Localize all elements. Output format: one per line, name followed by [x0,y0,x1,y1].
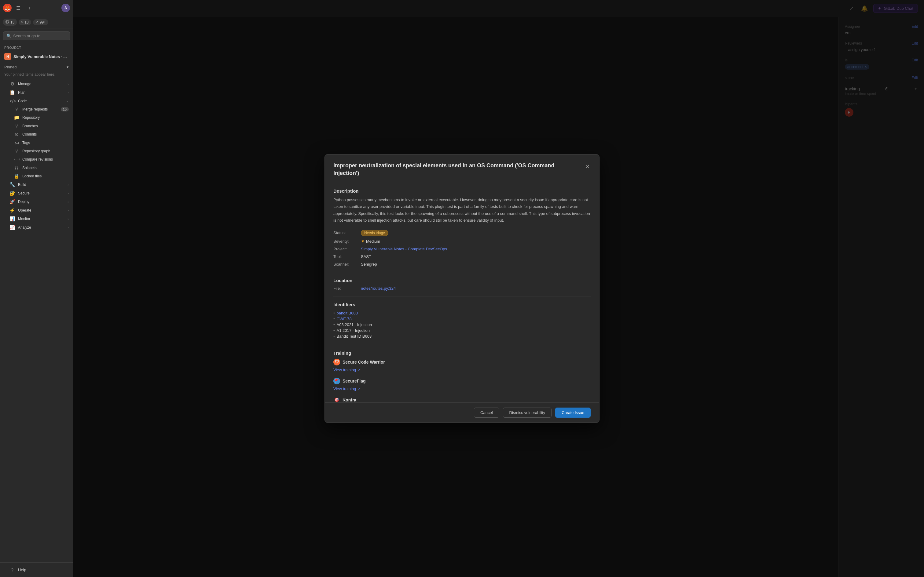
sidebar-item-monitor[interactable]: 📊 Monitor › [4,214,73,223]
sidebar-item-code[interactable]: </> Code ⌄ [4,97,73,105]
modal-close-button[interactable]: × [585,162,591,171]
sf-view-training-link[interactable]: View training ↗ [333,387,360,391]
plan-icon: 📋 [10,90,15,95]
sidebar-item-operate[interactable]: ⚡ Operate › [4,206,73,214]
secure-label: Secure [18,191,30,195]
sf-external-icon: ↗ [357,387,360,391]
monitor-arrow-icon: › [68,217,69,221]
todos-counter[interactable]: ✓ 99+ [33,19,48,25]
code-label: Code [18,99,27,103]
sidebar-item-tags[interactable]: 🏷 Tags [4,139,73,147]
commits-icon: ⊙ [14,132,19,137]
snippets-label: Snippets [22,166,37,170]
sidebar-item-locked-files[interactable]: 🔒 Locked files [4,172,73,181]
tool-label: Tool: [333,254,361,259]
location-heading: Location [333,278,591,283]
severity-icon: ▼ [361,239,365,243]
divider-2 [333,296,591,297]
status-badge: Needs triage [361,230,388,236]
identifiers-heading: Identifiers [333,302,591,307]
pinned-section: Pinned ▾ Your pinned items appear here. [0,62,73,80]
user-avatar[interactable]: A [61,4,70,12]
kontra-name-row: 🎯 Kontra [333,396,591,402]
sidebar-item-secure[interactable]: 🔐 Secure › [4,189,73,198]
operate-icon: ⚡ [10,208,15,213]
sidebar-toggle-button[interactable]: ☰ [14,4,23,12]
identifier-cwe78-link[interactable]: CWE-78 [337,317,352,321]
issues-count: 13 [10,20,15,24]
tool-row: Tool: SAST [333,254,591,259]
cancel-button[interactable]: Cancel [474,408,499,417]
gitlab-logo[interactable]: 🦊 [3,4,11,12]
scw-external-icon: ↗ [357,368,360,372]
scanner-row: Scanner: Semgrep [333,262,591,266]
commits-label: Commits [22,132,37,137]
branches-label: Branches [22,124,38,128]
operate-arrow-icon: › [68,208,69,212]
sidebar-item-branches[interactable]: ⑂ Branches [4,122,73,130]
sidebar-top-bar: 🦊 ☰ ＋ A [0,0,73,16]
sidebar-bottom: ? Help [0,562,73,577]
repository-label: Repository [22,115,40,120]
sidebar-item-repository-graph[interactable]: ⑂ Repository graph [4,147,73,155]
build-arrow-icon: › [68,183,69,187]
tool-value: SAST [361,254,371,259]
sidebar-item-compare-revisions[interactable]: ⟺ Compare revisions [4,155,73,164]
project-section-label: Project [0,44,73,51]
pinned-header[interactable]: Pinned ▾ [4,63,69,71]
create-issue-button[interactable]: Create Issue [555,408,591,417]
mergerequests-counter[interactable]: ⑂ 13 [19,19,31,25]
identifier-a1-text: A1:2017 - Injection [337,328,370,333]
nav-section: ⚙ Manage › 📋 Plan › </> Code ⌄ ⑂ Merge r… [0,80,73,232]
file-link[interactable]: notes/routes.py:324 [361,286,396,291]
sidebar-item-commits[interactable]: ⊙ Commits [4,130,73,139]
secure-icon: 🔐 [10,190,15,196]
severity-value: Medium [366,239,380,243]
sidebar-item-deploy[interactable]: 🚀 Deploy › [4,198,73,206]
help-label: Help [18,567,26,572]
sidebar-item-plan[interactable]: 📋 Plan › [4,88,73,97]
help-icon: ? [10,567,15,572]
build-icon: 🔧 [10,182,15,187]
sidebar-item-analyze[interactable]: 📈 Analyze › [4,223,73,232]
sidebar-item-help[interactable]: ? Help [4,565,69,575]
search-placeholder: Search or go to... [13,34,44,38]
identifier-bandit-link[interactable]: bandit.B603 [337,311,358,315]
manage-icon: ⚙ [10,81,15,87]
sidebar-item-manage[interactable]: ⚙ Manage › [4,80,73,88]
branches-icon: ⑂ [14,123,19,129]
sidebar-item-build[interactable]: 🔧 Build › [4,181,73,189]
pinned-chevron-icon: ▾ [66,65,69,69]
training-provider-kontra: 🎯 Kontra View training ↗ [333,396,591,402]
search-bar[interactable]: 🔍 Search or go to... [3,31,70,40]
list-item: CWE-78 [333,316,591,322]
divider-3 [333,345,591,345]
scanner-label: Scanner: [333,262,361,266]
locked-files-icon: 🔒 [14,173,19,179]
sf-name: SecureFlag [342,379,365,384]
sidebar-item-snippets[interactable]: {} Snippets [4,164,73,172]
dismiss-vulnerability-button[interactable]: Dismiss vulnerability [503,408,552,417]
sidebar-item-merge-requests[interactable]: ⑂ Merge requests 10 [4,105,73,113]
issues-icon: ⑬ [5,19,9,25]
project-link[interactable]: Simply Vulnerable Notes - Complete DevSe… [361,247,447,251]
todos-icon: ✓ [36,20,39,24]
repository-icon: 📁 [14,115,19,120]
project-item[interactable]: N Simply Vulnerable Notes - ... [0,51,73,62]
description-text: Python possesses many mechanisms to invo… [333,197,591,224]
sf-view-training-label: View training [333,387,356,391]
new-item-button[interactable]: ＋ [25,4,34,12]
kontra-icon: 🎯 [333,396,340,402]
status-row: Status: Needs triage [333,230,591,236]
counters-bar: ⑬ 13 ⑂ 13 ✓ 99+ [0,16,73,28]
pinned-empty-text: Your pinned items appear here. [4,71,69,79]
repo-graph-label: Repository graph [22,149,50,153]
sidebar-item-repository[interactable]: 📁 Repository [4,113,73,122]
scw-view-training-link[interactable]: View training ↗ [333,367,360,372]
vulnerability-modal: Improper neutralization of special eleme… [325,154,599,423]
snippets-icon: {} [14,165,19,170]
project-row: Project: Simply Vulnerable Notes - Compl… [333,247,591,251]
modal-footer: Cancel Dismiss vulnerability Create Issu… [325,402,599,422]
issues-counter[interactable]: ⑬ 13 [3,19,17,26]
monitor-icon: 📊 [10,216,15,222]
